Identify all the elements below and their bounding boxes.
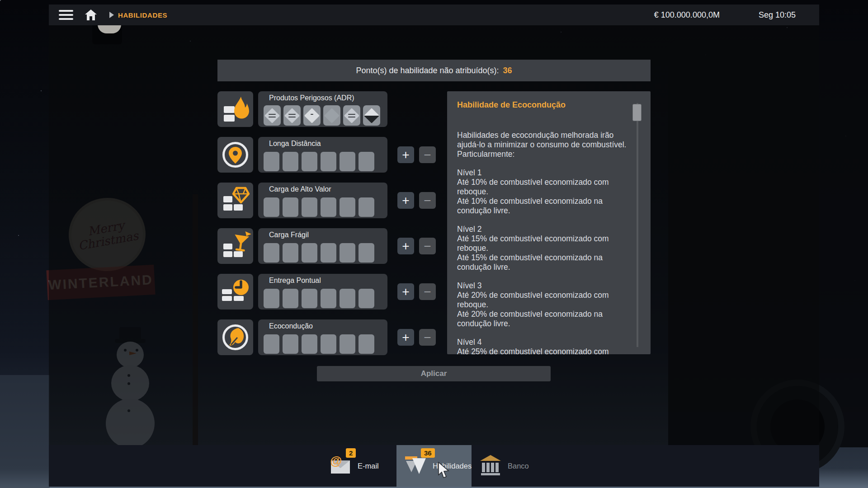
add-point-button-fragile-cargo[interactable]: + [397, 238, 414, 254]
skill-row-high-value-cargo: Carga de Alto Valor+− [217, 183, 443, 218]
level-pip-1[interactable] [264, 197, 279, 217]
remove-point-button-long-distance[interactable]: − [419, 146, 436, 163]
adr-class-explosives-1[interactable] [264, 105, 281, 126]
skill-card-just-in-time: Entrega Pontual [258, 274, 387, 310]
adr-class-non-flammable-gas-2[interactable] [283, 105, 301, 126]
dock-item-skills[interactable]: 36Habilidades [396, 445, 472, 487]
level-pip-2[interactable] [283, 334, 298, 354]
level-pip-2[interactable] [283, 289, 298, 308]
level-pip-4[interactable] [321, 289, 336, 308]
skill-points-bar: Ponto(s) de habilidade não atribuído(s):… [217, 60, 651, 81]
mouse-cursor [438, 462, 451, 481]
breadcrumb-arrow-icon [109, 12, 114, 18]
skill-points-label: Ponto(s) de habilidade não atribuído(s): [356, 66, 499, 75]
remove-point-button-just-in-time[interactable]: − [419, 283, 436, 300]
skill-point-buttons: +− [397, 192, 436, 209]
level-pip-1[interactable] [264, 289, 279, 308]
fragile-glass-icon [217, 228, 253, 264]
clock-icon [217, 274, 253, 310]
level-pip-6[interactable] [359, 289, 374, 308]
level-pip-2[interactable] [283, 152, 298, 171]
level-pip-5[interactable] [340, 152, 355, 171]
skill-card-long-distance: Longa Distância [258, 137, 387, 173]
detail-text-line: reboque. [457, 300, 641, 310]
level-pip-6[interactable] [359, 197, 374, 217]
skills-list: Produtos Perigosos (ADR) Longa Distância… [217, 91, 443, 365]
detail-text-line: ajudá-lo a minimizar o consumo de combus… [457, 140, 641, 150]
add-point-button-just-in-time[interactable]: + [397, 283, 414, 300]
level-pip-3[interactable] [302, 334, 317, 354]
money-balance: € 100.000.000,0M [654, 10, 720, 20]
skill-row-fragile-cargo: Carga Frágil+− [217, 228, 443, 264]
detail-text-line: Até 10% de combustível economizado com [457, 178, 641, 187]
level-pip-3[interactable] [302, 152, 317, 171]
adr-class-miscellaneous-9[interactable] [363, 105, 380, 126]
level-pip-5[interactable] [340, 243, 355, 263]
level-pip-2[interactable] [283, 243, 298, 263]
dock-item-email[interactable]: @2E-mail [321, 445, 396, 487]
dock-item-bank[interactable]: Banco [472, 445, 547, 487]
detail-level-1: Nível 1Até 10% de combustível economizad… [457, 168, 641, 216]
svg-text:@: @ [330, 454, 342, 468]
skill-card-ecodriving: Ecocondução [258, 319, 387, 355]
detail-text-line: Até 25% de combustível economizado com [457, 347, 641, 354]
detail-text-line: condução livre. [457, 319, 641, 328]
level-pip-3[interactable] [302, 197, 317, 217]
level-pip-4[interactable] [321, 152, 336, 171]
dock-badge-email: 2 [346, 448, 356, 458]
level-pip-6[interactable] [359, 334, 374, 354]
skill-name: Ecocondução [269, 322, 313, 330]
remove-point-button-high-value-cargo[interactable]: − [419, 192, 436, 209]
add-point-button-high-value-cargo[interactable]: + [397, 192, 414, 209]
scrollbar-track[interactable] [637, 103, 638, 347]
apply-button[interactable]: Aplicar [317, 366, 551, 381]
skill-points-value: 36 [503, 66, 512, 75]
level-pip-1[interactable] [264, 243, 279, 263]
level-pip-4[interactable] [321, 243, 336, 263]
detail-body: Habilidades de ecocondução melhorada irã… [457, 131, 641, 354]
detail-text-line: Habilidades de ecocondução melhorada irã… [457, 131, 641, 140]
level-pip-6[interactable] [359, 243, 374, 263]
skill-card-high-value-cargo: Carga de Alto Valor [258, 183, 387, 218]
skill-card-adr: Produtos Perigosos (ADR) [258, 91, 387, 127]
detail-text-line: reboque. [457, 244, 641, 253]
add-point-button-ecodriving[interactable]: + [397, 329, 414, 346]
add-point-button-long-distance[interactable]: + [397, 146, 414, 163]
detail-text-line: Nível 3 [457, 281, 641, 291]
adr-class-oxidizer-5[interactable] [343, 105, 360, 126]
game-time: Seg 10:05 [759, 10, 796, 20]
level-pip-1[interactable] [264, 152, 279, 171]
remove-point-button-fragile-cargo[interactable]: − [419, 238, 436, 254]
level-pip-4[interactable] [321, 334, 336, 354]
level-pip-2[interactable] [283, 197, 298, 217]
skill-detail-panel: Habilidade de Ecocondução Habilidades de… [447, 91, 651, 354]
remove-point-button-ecodriving[interactable]: − [419, 329, 436, 346]
detail-text-line: condução livre. [457, 263, 641, 272]
level-pip-3[interactable] [302, 243, 317, 263]
level-pip-5[interactable] [340, 289, 355, 308]
detail-text-line: Particularmente: [457, 150, 641, 159]
adr-class-flammable-solid-4[interactable] [323, 105, 340, 126]
level-pip-4[interactable] [321, 197, 336, 217]
skill-level-pips [264, 243, 374, 263]
home-icon[interactable] [84, 9, 98, 21]
adr-class-flammable-liquid-3[interactable] [303, 105, 321, 126]
scrollbar-thumb[interactable] [632, 104, 642, 121]
skill-name: Produtos Perigosos (ADR) [269, 94, 354, 102]
skill-row-just-in-time: Entrega Pontual+− [217, 274, 443, 310]
stars [0, 0, 1, 1]
menu-icon[interactable] [59, 10, 73, 20]
dock-label-email: E-mail [358, 462, 379, 470]
level-pip-5[interactable] [340, 334, 355, 354]
level-pip-6[interactable] [359, 152, 374, 171]
level-pip-3[interactable] [302, 289, 317, 308]
level-pip-5[interactable] [340, 197, 355, 217]
skill-level-pips [264, 334, 374, 354]
skill-point-buttons: +− [397, 146, 436, 163]
map-pin-icon [217, 137, 253, 173]
skill-point-buttons: +− [397, 238, 436, 254]
bank-icon [479, 454, 502, 478]
skill-name: Carga de Alto Valor [269, 185, 331, 193]
detail-text-line: Até 15% de combustível economizado com [457, 234, 641, 244]
level-pip-1[interactable] [264, 334, 279, 354]
